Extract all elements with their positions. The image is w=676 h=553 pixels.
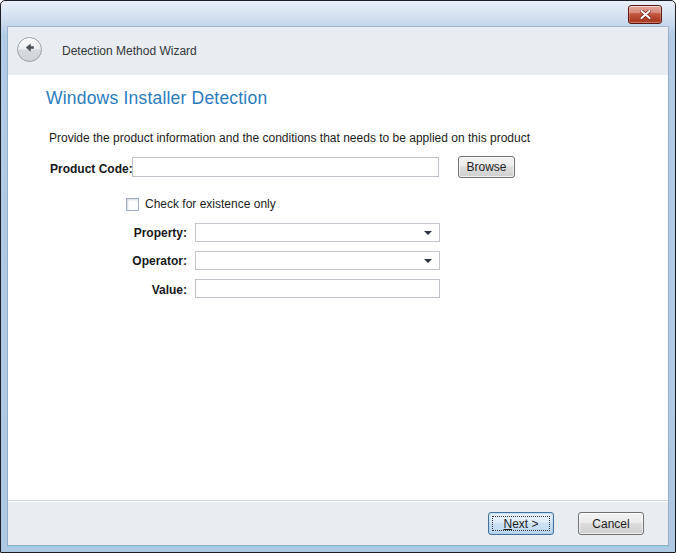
existence-only-label[interactable]: Check for existence only bbox=[145, 197, 276, 211]
wizard-title: Detection Method Wizard bbox=[62, 44, 197, 58]
chevron-down-icon bbox=[424, 231, 432, 235]
next-button[interactable]: Next > bbox=[488, 512, 554, 535]
browse-button[interactable]: Browse bbox=[458, 156, 515, 178]
value-label: Value: bbox=[88, 283, 187, 297]
cancel-button[interactable]: Cancel bbox=[578, 512, 644, 535]
value-input[interactable] bbox=[195, 279, 440, 298]
product-code-input[interactable] bbox=[132, 157, 439, 177]
operator-label: Operator: bbox=[88, 254, 187, 268]
cancel-button-label: Cancel bbox=[592, 517, 629, 531]
page-title: Windows Installer Detection bbox=[46, 88, 267, 109]
existence-only-checkbox[interactable] bbox=[126, 198, 139, 211]
next-button-label: Next > bbox=[503, 517, 538, 531]
close-icon bbox=[640, 10, 651, 19]
dialog-client-area: Detection Method Wizard Windows Installe… bbox=[8, 27, 668, 545]
wizard-window: Detection Method Wizard Windows Installe… bbox=[0, 0, 676, 553]
back-button[interactable] bbox=[17, 37, 42, 62]
browse-button-label: Browse bbox=[466, 160, 506, 174]
property-dropdown[interactable] bbox=[195, 223, 440, 242]
close-button[interactable] bbox=[628, 5, 662, 24]
back-arrow-icon bbox=[22, 40, 37, 59]
property-label: Property: bbox=[88, 226, 187, 240]
chevron-down-icon bbox=[424, 259, 432, 263]
page-description: Provide the product information and the … bbox=[49, 131, 530, 145]
product-code-label: Product Code: bbox=[50, 162, 133, 176]
wizard-header: Detection Method Wizard bbox=[8, 27, 668, 75]
footer-bar: Next > Cancel bbox=[8, 500, 668, 545]
operator-dropdown[interactable] bbox=[195, 251, 440, 270]
